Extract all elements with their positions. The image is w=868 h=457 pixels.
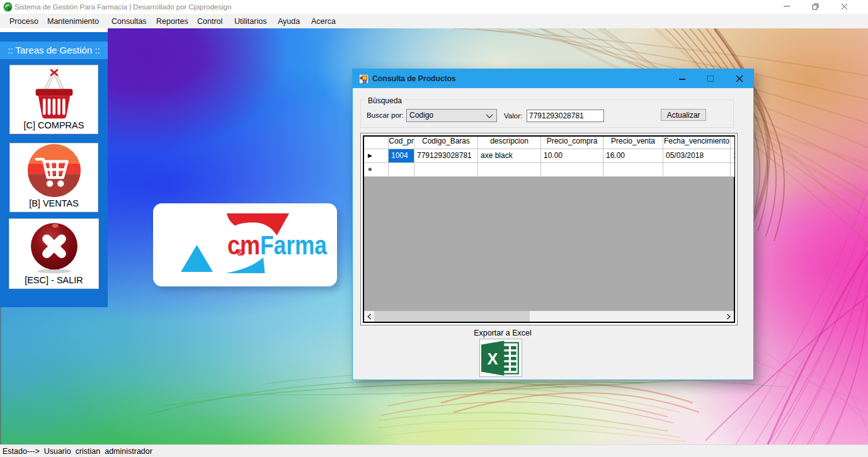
svg-text:Farma: Farma	[260, 230, 328, 260]
svg-text:cm: cm	[227, 230, 260, 260]
svg-text:&: &	[237, 247, 244, 257]
svg-text:X: X	[488, 350, 498, 368]
